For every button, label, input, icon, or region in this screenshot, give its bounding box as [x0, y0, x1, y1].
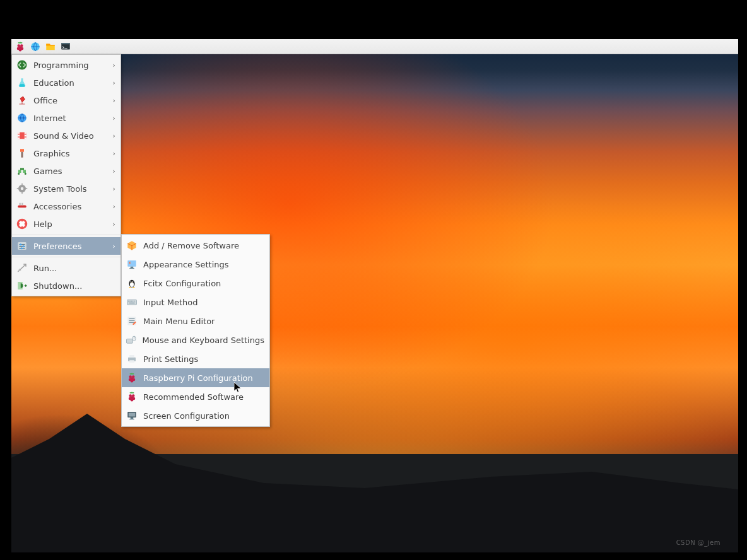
svg-rect-12: [18, 132, 20, 139]
svg-rect-52: [134, 301, 135, 302]
menu-raspberry-icon[interactable]: [14, 40, 26, 53]
submenu-item-main-menu-editor[interactable]: Main Menu Editor: [122, 312, 269, 330]
submenu-item-label: Input Method: [143, 298, 264, 307]
svg-rect-55: [127, 339, 133, 344]
chevron-right-icon: ›: [113, 62, 115, 69]
svg-point-44: [132, 281, 134, 283]
brush-icon: [16, 147, 28, 160]
menu-item-internet[interactable]: Internet ›: [12, 109, 121, 127]
chevron-right-icon: ›: [113, 115, 115, 122]
menu-item-label: Graphics: [33, 149, 113, 158]
menu-item-accessories[interactable]: Accessories ›: [12, 197, 121, 215]
submenu-item-fcitx-configuration[interactable]: Fcitx Configuration: [122, 274, 269, 293]
menu-divider: [12, 235, 121, 235]
submenu-item-raspberry-pi-configuration[interactable]: Raspberry Pi Configuration: [122, 368, 269, 387]
svg-rect-19: [23, 170, 26, 173]
submenu-item-label: Mouse and Keyboard Settings: [143, 335, 264, 345]
chevron-right-icon: ›: [113, 185, 115, 192]
knife-icon: [16, 200, 28, 213]
menu-item-label: Internet: [33, 114, 113, 123]
taskbar: [11, 39, 738, 54]
chevron-right-icon: ›: [113, 203, 115, 210]
submenu-item-mouse-keyboard-settings[interactable]: Mouse and Keyboard Settings: [122, 330, 269, 349]
menu-item-office[interactable]: Office ›: [12, 91, 121, 109]
chevron-right-icon: ›: [113, 221, 115, 228]
desktop: Programming › Education › Office › Inter…: [11, 39, 738, 552]
svg-rect-49: [129, 301, 131, 302]
svg-rect-27: [17, 188, 19, 189]
svg-rect-30: [20, 203, 21, 206]
menu-item-label: Programming: [33, 61, 113, 70]
menu-item-label: Accessories: [33, 202, 113, 211]
submenu-item-screen-configuration[interactable]: Screen Configuration: [122, 406, 269, 425]
svg-point-5: [19, 49, 22, 52]
chevron-right-icon: ›: [113, 97, 115, 104]
wallpaper-foreground: [11, 388, 738, 552]
menu-item-education[interactable]: Education ›: [12, 74, 121, 91]
submenu-item-label: Fcitx Configuration: [143, 279, 264, 288]
menu-item-run[interactable]: Run...: [12, 259, 121, 277]
svg-point-21: [18, 173, 20, 175]
svg-rect-74: [129, 413, 136, 417]
submenu-item-label: Appearance Settings: [143, 260, 264, 269]
svg-point-45: [129, 287, 131, 288]
submenu-item-recommended-software[interactable]: Recommended Software: [122, 387, 269, 406]
flask-icon: [16, 76, 28, 89]
lamp-icon: [16, 94, 28, 107]
menu-item-label: Preferences: [33, 242, 113, 251]
svg-rect-75: [131, 417, 134, 419]
svg-rect-50: [131, 301, 132, 302]
menu-editor-icon: [126, 315, 138, 327]
svg-point-43: [131, 281, 132, 283]
file-manager-icon[interactable]: [44, 40, 57, 53]
svg-rect-17: [25, 137, 26, 138]
preferences-submenu: Add / Remove Software Appearance Setting…: [121, 234, 270, 427]
globe-icon: [16, 112, 28, 124]
sliders-icon: [16, 240, 28, 252]
exit-icon: [16, 279, 28, 292]
svg-rect-14: [18, 134, 20, 135]
svg-point-34: [20, 243, 21, 245]
menu-item-shutdown[interactable]: Shutdown...: [12, 277, 121, 295]
submenu-item-label: Raspberry Pi Configuration: [143, 373, 264, 383]
svg-rect-76: [129, 419, 134, 419]
printer-icon: [126, 353, 138, 365]
svg-point-35: [23, 245, 25, 247]
menu-item-games[interactable]: Games ›: [12, 162, 121, 180]
svg-rect-15: [18, 137, 20, 138]
submenu-item-label: Print Settings: [143, 354, 264, 364]
svg-rect-60: [129, 360, 134, 363]
chevron-right-icon: ›: [113, 150, 115, 157]
svg-point-22: [25, 173, 26, 175]
svg-rect-16: [25, 134, 26, 135]
desktop-pref-icon: [126, 258, 138, 271]
submenu-item-print-settings[interactable]: Print Settings: [122, 349, 269, 368]
menu-divider: [12, 257, 121, 257]
lifebuoy-icon: [16, 218, 28, 230]
svg-point-46: [133, 287, 135, 288]
menu-item-help[interactable]: Help ›: [12, 215, 121, 233]
menu-item-sound-video[interactable]: Sound & Video ›: [12, 127, 121, 144]
menu-item-preferences[interactable]: Preferences ›: [12, 237, 121, 255]
run-icon: [16, 262, 28, 274]
chevron-right-icon: ›: [113, 243, 115, 250]
menu-item-graphics[interactable]: Graphics ›: [12, 144, 121, 162]
menu-item-label: Run...: [33, 264, 115, 273]
menu-item-programming[interactable]: Programming ›: [12, 56, 121, 74]
web-browser-icon[interactable]: [29, 40, 42, 53]
submenu-item-add-remove-software[interactable]: Add / Remove Software: [122, 236, 269, 255]
svg-rect-13: [25, 132, 26, 139]
chevron-right-icon: ›: [113, 79, 115, 86]
menu-item-system-tools[interactable]: System Tools ›: [12, 180, 121, 197]
menu-item-label: System Tools: [33, 184, 113, 194]
svg-rect-54: [127, 317, 136, 325]
svg-rect-8: [61, 43, 70, 44]
svg-rect-31: [21, 203, 23, 206]
submenu-item-appearance-settings[interactable]: Appearance Settings: [122, 255, 269, 274]
monitor-icon: [126, 409, 138, 422]
terminal-icon[interactable]: [59, 40, 72, 53]
code-icon: [16, 59, 28, 71]
submenu-item-label: Recommended Software: [143, 392, 264, 402]
submenu-item-input-method[interactable]: Input Method: [122, 293, 269, 312]
menu-item-label: Games: [33, 166, 113, 176]
